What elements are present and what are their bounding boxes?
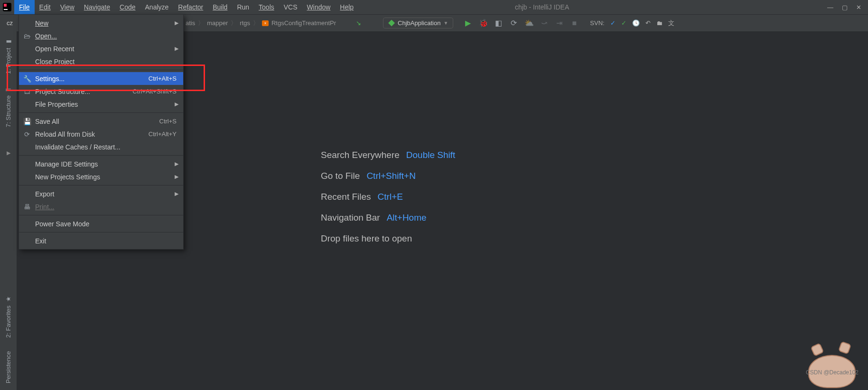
search-icon[interactable]: 文 — [668, 19, 674, 28]
menu-separator — [19, 215, 183, 215]
minimize-icon[interactable]: — — [827, 4, 833, 11]
submenu-arrow-icon: ▶ — [175, 191, 178, 197]
breadcrumb-item[interactable]: RtgsConfigTreatmentPr — [271, 19, 336, 27]
breadcrumb-item[interactable]: atis — [186, 19, 195, 27]
profile-icon[interactable]: ⟳ — [509, 19, 518, 28]
shortcut-text: Ctrl+Alt+Y — [149, 130, 177, 138]
menu-run[interactable]: Run — [232, 0, 254, 14]
run-icon[interactable]: ▶ — [464, 19, 472, 28]
breadcrumb-item[interactable]: mapper — [207, 19, 228, 27]
menu-separator — [19, 185, 183, 186]
project-name[interactable]: cz — [3, 19, 17, 27]
window-controls: — ▢ ✕ — [821, 4, 868, 11]
menu-exit[interactable]: Exit — [19, 234, 183, 247]
stop-icon[interactable]: ■ — [570, 19, 579, 28]
menu-invalidate-caches[interactable]: Invalidate Caches / Restart... — [19, 140, 183, 153]
menu-separator — [19, 155, 183, 156]
revert-icon[interactable]: ↶ — [645, 19, 651, 27]
reload-icon: ⟳ — [23, 130, 31, 138]
breadcrumb: atis〉 mapper〉 rtgs〉 x RtgsConfigTreatmen… — [186, 19, 336, 28]
svn-label: SVN: — [590, 19, 604, 27]
sidebar-tab-persistence[interactable]: Persistence — [3, 344, 14, 390]
menu-export[interactable]: Export▶ — [19, 187, 183, 200]
run-config-name: ChjbApplication — [398, 19, 440, 27]
submenu-arrow-icon: ▶ — [175, 46, 178, 52]
menu-label: Edit — [39, 3, 51, 11]
maximize-icon[interactable]: ▢ — [842, 4, 848, 11]
editor-hints: Search EverywhereDouble Shift Go to File… — [321, 150, 455, 244]
skip-icon[interactable]: ⤻ — [540, 19, 548, 28]
debug-icon[interactable]: 🐞 — [479, 19, 487, 28]
menu-separator — [19, 232, 183, 232]
menu-close-project[interactable]: Close Project — [19, 55, 183, 68]
shortcut-text: Ctrl+Alt+Shift+S — [132, 88, 177, 95]
window-title: chjb - IntelliJ IDEA — [263, 3, 821, 11]
menu-edit[interactable]: Edit — [35, 0, 56, 14]
menu-navigate[interactable]: Navigate — [79, 0, 115, 14]
sidebar-tab-project[interactable]: 1: Project▮ — [3, 31, 14, 81]
sidebar-tab-favorites[interactable]: 2: Favorites★ — [3, 289, 14, 344]
menu-refactor[interactable]: Refactor — [173, 0, 208, 14]
build-hammer-icon[interactable]: ↘ — [356, 19, 361, 27]
hint-label: Navigation Bar — [321, 213, 380, 223]
menu-settings[interactable]: 🔧Settings...Ctrl+Alt+S — [19, 72, 183, 85]
hint-shortcut: Double Shift — [406, 150, 456, 160]
menu-build[interactable]: Build — [208, 0, 232, 14]
left-tool-sidebar: 1: Project▮ 7: Structure≔ ▶ 2: Favorites… — [0, 31, 17, 390]
menu-open[interactable]: 🗁Open... — [19, 29, 183, 42]
sidebar-tab-structure[interactable]: 7: Structure≔ — [3, 83, 14, 131]
breadcrumb-item[interactable]: rtgs — [240, 19, 250, 27]
toolbar-icons: ▶ 🐞 ◧ ⟳ ⛅ ⤻ ⇥ ■ — [464, 19, 579, 28]
svn-group: SVN: ✓ ✓ 🕓 ↶ 🖿 文 — [590, 19, 674, 28]
chevron-down-icon: ▼ — [443, 20, 448, 26]
hint-shortcut: Ctrl+Shift+N — [366, 171, 415, 181]
submenu-arrow-icon: ▶ — [175, 101, 178, 107]
menu-code[interactable]: Code — [115, 0, 140, 14]
submenu-arrow-icon: ▶ — [175, 161, 178, 167]
history-icon[interactable]: 🕓 — [632, 19, 640, 27]
menu-new-projects-settings[interactable]: New Projects Settings▶ — [19, 170, 183, 183]
menu-separator — [19, 70, 183, 70]
submenu-arrow-icon: ▶ — [175, 20, 178, 26]
app-icon — [0, 0, 14, 14]
structure-icon: 🗂 — [23, 88, 31, 95]
hint-label: Recent Files — [321, 192, 371, 202]
menu-new[interactable]: New▶ — [19, 17, 183, 29]
project-icon: ▮ — [5, 38, 12, 45]
menu-file[interactable]: File — [14, 0, 35, 14]
file-menu-dropdown: New▶ 🗁Open... Open Recent▶ Close Project… — [19, 14, 184, 250]
collapse-icon[interactable]: ▶ — [7, 150, 10, 156]
menu-save-all[interactable]: 💾Save AllCtrl+S — [19, 115, 183, 128]
folder-open-icon: 🗁 — [23, 32, 31, 40]
spring-boot-icon — [388, 20, 395, 27]
hint-drop: Drop files here to open — [321, 233, 412, 244]
menu-manage-ide[interactable]: Manage IDE Settings▶ — [19, 158, 183, 170]
svg-rect-2 — [4, 9, 8, 10]
shortcut-text: Ctrl+S — [159, 118, 177, 125]
menu-view[interactable]: View — [56, 0, 79, 14]
hint-label: Search Everywhere — [321, 150, 400, 160]
menu-file-properties[interactable]: File Properties▶ — [19, 98, 183, 111]
watermark-text: CSDN @Decade102 — [806, 369, 859, 376]
svg-rect-1 — [4, 4, 7, 7]
xml-file-icon: x — [262, 20, 269, 26]
structure-icon: ≔ — [5, 86, 11, 93]
submenu-arrow-icon: ▶ — [175, 174, 178, 180]
menu-print[interactable]: 🖶Print... — [19, 200, 183, 213]
folder-icon[interactable]: 🖿 — [656, 19, 663, 27]
step-icon[interactable]: ⇥ — [555, 19, 563, 28]
star-icon: ★ — [5, 296, 12, 303]
close-icon[interactable]: ✕ — [856, 4, 861, 11]
hint-label: Go to File — [321, 171, 360, 181]
menu-analyze[interactable]: Analyze — [140, 0, 174, 14]
menu-power-save[interactable]: Power Save Mode — [19, 217, 183, 230]
menu-project-structure[interactable]: 🗂Project Structure...Ctrl+Alt+Shift+S — [19, 85, 183, 98]
coverage-icon[interactable]: ◧ — [494, 19, 503, 28]
svn-commit-icon[interactable]: ✓ — [621, 19, 626, 27]
attach-icon[interactable]: ⛅ — [524, 19, 533, 28]
run-configuration[interactable]: ChjbApplication ▼ — [383, 18, 453, 28]
svn-update-icon[interactable]: ✓ — [610, 19, 616, 27]
menu-reload[interactable]: ⟳Reload All from DiskCtrl+Alt+Y — [19, 128, 183, 140]
menu-open-recent[interactable]: Open Recent▶ — [19, 42, 183, 55]
hint-shortcut: Ctrl+E — [378, 192, 403, 202]
